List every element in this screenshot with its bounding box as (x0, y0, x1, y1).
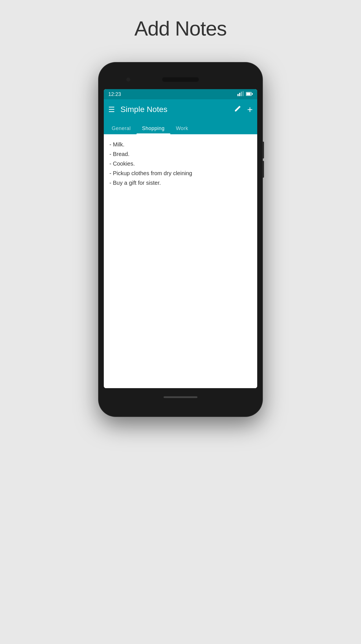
status-bar: 12:23 (104, 89, 257, 99)
note-line-1: - Milk. (109, 140, 252, 149)
home-indicator[interactable] (164, 396, 197, 398)
phone-bottom (104, 389, 257, 405)
note-line-5: - Buy a gift for sister. (109, 178, 252, 187)
hamburger-menu-button[interactable]: ☰ (108, 106, 115, 113)
battery-icon (246, 91, 253, 97)
note-line-3: - Cookies. (109, 159, 252, 168)
front-camera (126, 78, 130, 82)
phone-speaker (162, 77, 199, 82)
edit-button[interactable] (234, 105, 241, 114)
svg-rect-6 (252, 93, 253, 95)
svg-rect-3 (243, 91, 244, 96)
note-content-area: - Milk. - Bread. - Cookies. - Pickup clo… (104, 134, 257, 388)
note-line-2: - Bread. (109, 150, 252, 159)
signal-icon (237, 91, 244, 98)
volume-up-button[interactable] (262, 142, 264, 159)
volume-down-button[interactable] (262, 161, 264, 178)
app-title: Simple Notes (120, 105, 234, 114)
svg-rect-5 (246, 93, 251, 95)
svg-rect-2 (241, 92, 242, 96)
phone-screen: 12:23 (104, 89, 257, 388)
tab-bar: General Shopping Work (104, 120, 257, 134)
phone-top (104, 71, 257, 88)
add-note-button[interactable]: + (247, 105, 253, 114)
page-title: Add Notes (134, 17, 226, 40)
side-buttons (262, 142, 264, 178)
phone-mockup: 12:23 (99, 63, 262, 416)
tab-general[interactable]: General (106, 123, 137, 134)
svg-rect-1 (239, 93, 240, 96)
tab-work[interactable]: Work (170, 123, 194, 134)
app-bar: ☰ Simple Notes + (104, 99, 257, 120)
note-line-4: - Pickup clothes from dry cleining (109, 169, 252, 178)
tab-shopping[interactable]: Shopping (137, 123, 170, 134)
status-icons (237, 91, 253, 98)
status-time: 12:23 (108, 91, 121, 97)
svg-rect-0 (237, 94, 239, 96)
